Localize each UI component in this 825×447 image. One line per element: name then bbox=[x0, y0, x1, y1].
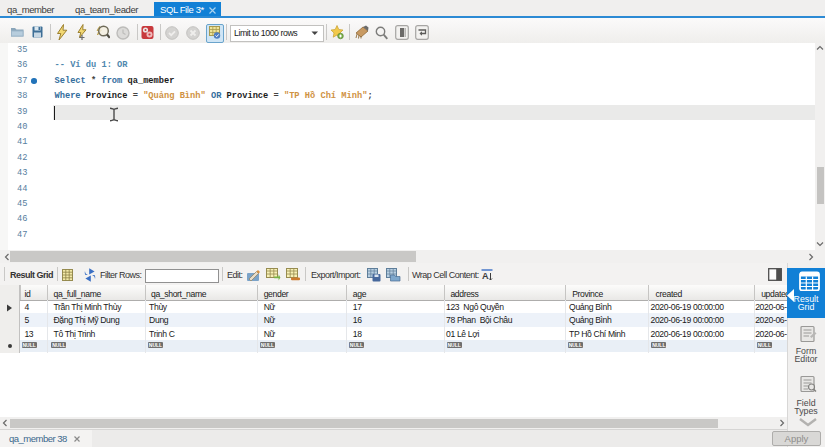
svg-text:A: A bbox=[482, 271, 489, 281]
